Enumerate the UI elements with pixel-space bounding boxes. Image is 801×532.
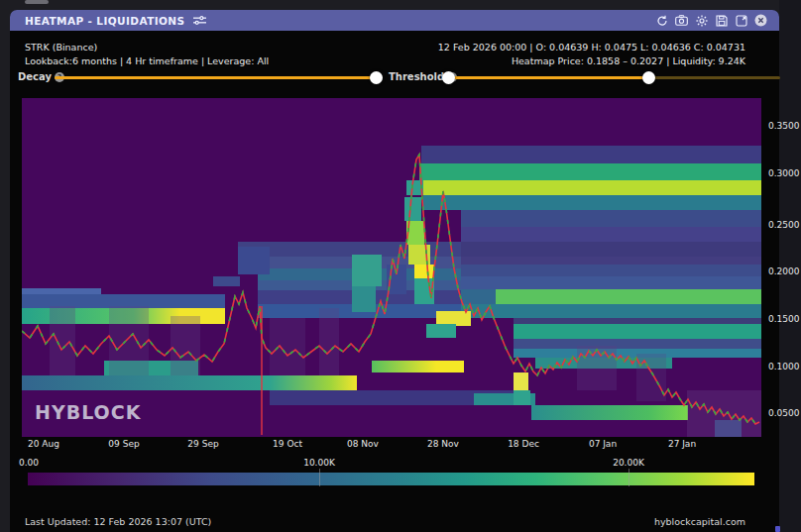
colorbar-tick-label: 20.00K bbox=[613, 458, 644, 468]
threshold-slider-knob-max[interactable] bbox=[642, 71, 655, 84]
liquidation-band bbox=[421, 146, 761, 163]
instrument-info: STRK (Binance) Lookback:6 months | 4 Hr … bbox=[25, 41, 269, 68]
hyblock-watermark: HYBLOCK bbox=[35, 401, 141, 423]
liquidation-band bbox=[270, 375, 357, 390]
x-axis-tick-label: 18 Dec bbox=[508, 439, 539, 449]
x-axis-tick-label: 08 Nov bbox=[347, 439, 379, 449]
liquidation-band bbox=[238, 247, 270, 274]
liquidation-band bbox=[496, 289, 761, 304]
liquidation-band bbox=[372, 361, 464, 372]
liquidation-band bbox=[171, 316, 200, 375]
x-axis-tick-label: 29 Sep bbox=[187, 439, 218, 449]
liquidation-band bbox=[461, 257, 761, 265]
liquidation-band bbox=[22, 294, 225, 308]
threshold-slider-track-dim[interactable] bbox=[649, 76, 780, 79]
threshold-slider-track-active[interactable] bbox=[448, 76, 649, 79]
liquidation-band bbox=[461, 210, 761, 227]
x-axis-tick-label: 19 Oct bbox=[273, 439, 302, 449]
decay-slider-track[interactable] bbox=[55, 76, 382, 79]
liquidation-band bbox=[352, 255, 382, 286]
refresh-icon[interactable] bbox=[655, 14, 668, 27]
liquidation-band bbox=[270, 318, 305, 375]
liquidation-band bbox=[423, 195, 761, 210]
liquidation-band bbox=[22, 375, 270, 390]
liquidation-band bbox=[213, 276, 240, 286]
close-icon[interactable] bbox=[754, 14, 767, 27]
save-icon[interactable] bbox=[715, 14, 728, 27]
liquidation-band bbox=[461, 265, 761, 276]
camera-icon[interactable] bbox=[675, 14, 688, 27]
liquidation-band bbox=[419, 163, 761, 180]
hover-readout: 12 Feb 2026 00:00 | O: 0.04639 H: 0.0475… bbox=[438, 41, 745, 68]
y-axis-tick-label: 0.1000 bbox=[768, 362, 800, 372]
liquidation-band bbox=[461, 289, 496, 304]
liquidation-band bbox=[687, 390, 761, 437]
liquidation-band bbox=[404, 197, 421, 221]
y-axis-tick-label: 0.0500 bbox=[768, 408, 800, 418]
x-axis-tick-label: 09 Sep bbox=[108, 439, 139, 449]
window-titlebar[interactable]: HEATMAP - LIQUIDATIONS bbox=[10, 10, 779, 31]
liquidation-band bbox=[50, 306, 75, 375]
fullscreen-icon[interactable] bbox=[735, 14, 747, 27]
filters-icon[interactable] bbox=[193, 14, 206, 27]
colorbar-tick bbox=[629, 469, 629, 486]
y-axis-tick-label: 0.2500 bbox=[768, 220, 800, 230]
y-axis-tick-label: 0.3000 bbox=[768, 168, 800, 178]
liquidation-band bbox=[461, 276, 761, 289]
colorbar-tick bbox=[319, 469, 320, 486]
liquidation-band bbox=[531, 405, 688, 420]
x-axis-tick-label: 20 Aug bbox=[28, 439, 59, 449]
decay-slider-knob[interactable] bbox=[370, 71, 383, 84]
liquidation-band bbox=[426, 324, 456, 338]
colorbar-tick-label: 10.00K bbox=[303, 458, 335, 468]
heatmap-price-readout: Heatmap Price: 0.1858 – 0.2027 | Liquidi… bbox=[438, 54, 745, 68]
last-updated-label: Last Updated: 12 Feb 2026 13:07 (UTC) bbox=[25, 516, 211, 527]
liquidation-band bbox=[514, 390, 530, 405]
threshold-slider-knob-min[interactable] bbox=[442, 71, 455, 84]
liquidation-band bbox=[514, 324, 761, 339]
settings-gear-icon[interactable] bbox=[695, 14, 708, 27]
window-title: HEATMAP - LIQUIDATIONS bbox=[25, 15, 185, 27]
y-axis-tick-label: 0.2000 bbox=[768, 266, 800, 276]
liquidation-heatmap-chart[interactable]: HYBLOCK bbox=[22, 98, 761, 437]
heatmap-svg bbox=[22, 98, 761, 437]
liquidation-band bbox=[109, 306, 149, 375]
colorbar-tick-label: 0.00 bbox=[19, 458, 39, 468]
x-axis-tick-label: 28 Nov bbox=[427, 439, 459, 449]
liquidation-band bbox=[636, 354, 666, 401]
titlebar-toolbar bbox=[655, 14, 767, 27]
y-axis-tick-label: 0.1500 bbox=[768, 314, 800, 324]
x-axis-tick-label: 27 Jan bbox=[668, 439, 696, 449]
screen: HEATMAP - LIQUIDATIONS bbox=[0, 0, 801, 532]
heatmap-bands bbox=[22, 146, 761, 437]
liquidation-band bbox=[514, 339, 761, 349]
site-link[interactable]: hyblockcapital.com bbox=[654, 516, 745, 527]
liquidation-band bbox=[411, 180, 761, 195]
heatmap-widget-window: HEATMAP - LIQUIDATIONS bbox=[10, 10, 779, 532]
liquidity-colorbar bbox=[28, 473, 754, 485]
y-axis-tick-label: 0.3500 bbox=[768, 121, 800, 131]
liquidation-band bbox=[414, 265, 434, 278]
ohlc-readout: 12 Feb 2026 00:00 | O: 0.04639 H: 0.0475… bbox=[438, 41, 745, 54]
symbol-label: STRK (Binance) bbox=[25, 41, 269, 54]
liquidation-band bbox=[514, 318, 761, 324]
liquidation-band bbox=[319, 308, 339, 375]
cursor-dot bbox=[775, 526, 780, 532]
liquidation-band bbox=[461, 304, 761, 318]
liquidation-band bbox=[461, 242, 761, 257]
scrollbar-thumb[interactable] bbox=[25, 0, 49, 4]
liquidation-band bbox=[352, 286, 376, 312]
lookback-settings-label: Lookback:6 months | 4 Hr timeframe | Lev… bbox=[25, 54, 269, 68]
liquidation-band bbox=[577, 346, 617, 390]
liquidation-band bbox=[461, 227, 761, 242]
liquidation-band bbox=[514, 372, 528, 390]
x-axis-tick-label: 07 Jan bbox=[589, 439, 617, 449]
